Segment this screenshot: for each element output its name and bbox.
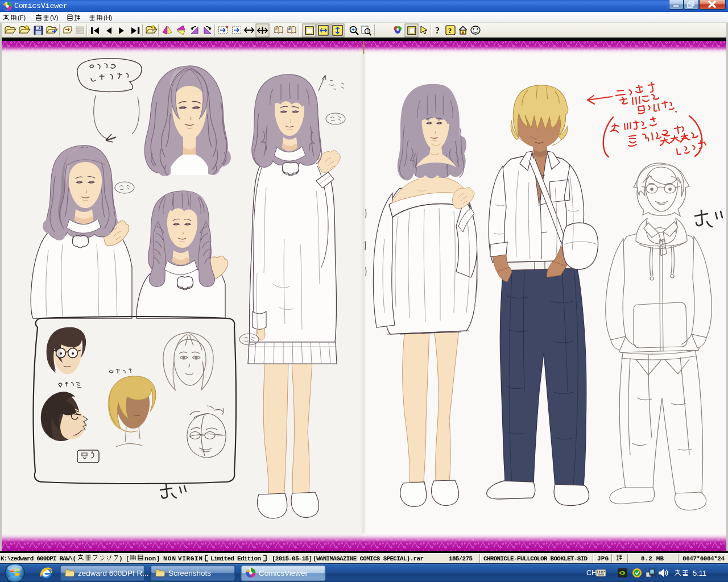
svg-text:CHRONICLE-FULLCOLOR BOOKLET-SI: CHRONICLE-FULLCOLOR BOOKLET-SID [483, 555, 588, 562]
svg-text:[: [ [126, 555, 130, 562]
svg-text:zedward 600DPI R...: zedward 600DPI R... [78, 569, 149, 577]
svg-text:K:\zedward 600DPI RAW\(: K:\zedward 600DPI RAW\( [1, 555, 76, 562]
svg-text:NON: NON [163, 555, 176, 562]
svg-text:8.2 MB: 8.2 MB [641, 555, 664, 562]
svg-text:CH: CH [586, 569, 597, 577]
svg-text:5:11: 5:11 [693, 569, 706, 577]
svg-text:(WANIMAGAZINE COMICS SPECIAL).: (WANIMAGAZINE COMICS SPECIAL).rar [313, 555, 424, 562]
svg-text:?: ? [448, 26, 452, 35]
svg-text:185/275: 185/275 [449, 555, 473, 562]
svg-text:8647*6084*24: 8647*6084*24 [682, 555, 725, 562]
svg-text:): ) [119, 555, 123, 562]
svg-text:(V): (V) [50, 14, 59, 21]
svg-text:JPG: JPG [597, 555, 609, 562]
svg-text:[2015-05-15]: [2015-05-15] [272, 555, 312, 562]
svg-text:ComicsViewer: ComicsViewer [259, 569, 308, 577]
svg-text:non]: non] [144, 555, 160, 562]
svg-text:VIRGIN: VIRGIN [178, 555, 202, 562]
svg-text:(F): (F) [18, 14, 26, 21]
svg-text:Screenshots: Screenshots [168, 569, 211, 577]
svg-text:(H): (H) [104, 14, 112, 21]
svg-text:Limited Edition: Limited Edition [210, 555, 261, 562]
